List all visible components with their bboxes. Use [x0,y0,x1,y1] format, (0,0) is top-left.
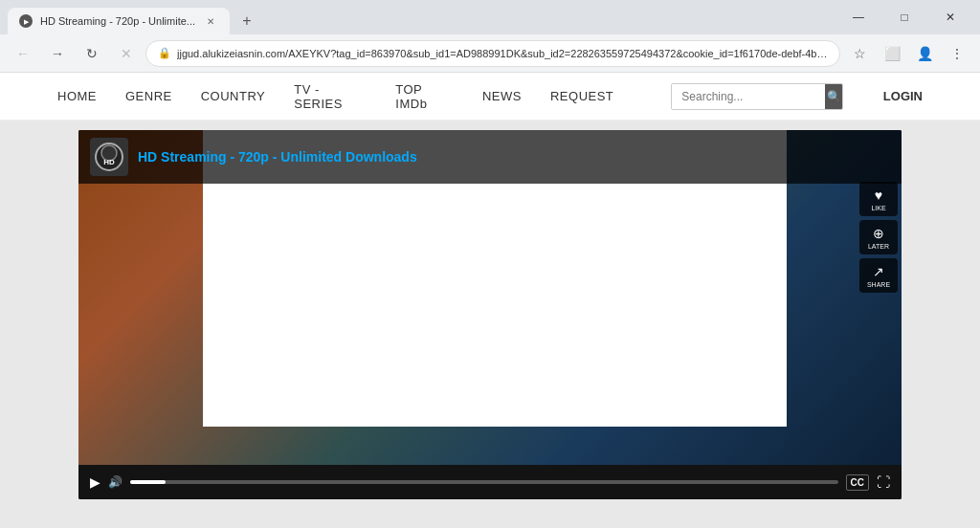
security-icon: 🔒 [158,47,171,59]
search-input[interactable] [672,84,825,109]
share-label: SHARE [867,281,890,288]
side-action-buttons: ♥ LIKE ⊕ LATER ↗ SHARE [856,178,902,297]
later-icon: ⊕ [873,226,884,241]
bookmark-icon[interactable]: ☆ [844,38,875,69]
nav-request[interactable]: REQUEST [550,89,613,103]
tab-bar: ▶ HD Streaming - 720p - Unlimite... ✕ + [8,0,260,34]
browser-chrome: ▶ HD Streaming - 720p - Unlimite... ✕ + … [0,0,980,73]
search-button[interactable]: 🔍 [825,84,842,109]
active-tab[interactable]: ▶ HD Streaming - 720p - Unlimite... ✕ [8,8,230,34]
new-tab-button[interactable]: + [234,8,260,34]
tab-close-button[interactable]: ✕ [203,13,218,29]
video-container: HD HD Streaming - 720p - Unlimited Downl… [0,121,980,513]
tab-title: HD Streaming - 720p - Unlimite... [40,15,195,27]
cc-button[interactable]: CC [846,474,869,491]
like-icon: ♥ [875,187,882,203]
browser-toolbar: ← → ↻ ✕ 🔒 jjgud.alukizeiasnin.com/AXEYKV… [0,34,980,73]
progress-fill [130,480,166,484]
extension-icon[interactable]: ⬜ [877,38,907,69]
menu-icon[interactable]: ⋮ [942,38,972,69]
later-label: LATER [868,243,889,250]
volume-icon[interactable]: 🔊 [108,475,122,489]
nav-genre[interactable]: GENRE [125,89,172,103]
video-player: HD HD Streaming - 720p - Unlimited Downl… [78,130,902,499]
like-button[interactable]: ♥ LIKE [859,182,898,216]
control-icons: CC ⛶ [846,474,890,491]
minimize-button[interactable]: — [836,2,880,33]
share-icon: ↗ [873,264,884,279]
address-bar[interactable]: 🔒 jjgud.alukizeiasnin.com/AXEYKV?tag_id=… [145,40,840,67]
video-controls: ▶ 🔊 CC ⛶ [78,465,902,499]
browser-titlebar: ▶ HD Streaming - 720p - Unlimite... ✕ + … [0,0,980,34]
stop-button[interactable]: ✕ [111,38,142,69]
share-button[interactable]: ↗ SHARE [859,258,898,293]
login-button[interactable]: LOGIN [883,89,923,103]
play-button[interactable]: ▶ [90,474,100,490]
close-button[interactable]: ✕ [928,2,972,33]
svg-text:HD: HD [103,158,115,166]
search-bar: 🔍 [671,83,843,110]
profile-icon[interactable]: 👤 [909,38,940,69]
like-label: LIKE [871,205,885,211]
nav-topimdb[interactable]: TOP IMDb [395,82,454,111]
tab-favicon: ▶ [19,14,33,28]
toolbar-icons: ☆ ⬜ 👤 ⋮ [844,38,972,69]
video-header: HD HD Streaming - 720p - Unlimited Downl… [78,130,902,184]
hd-icon: HD [90,138,128,176]
nav-news[interactable]: NEWS [482,89,522,103]
volume-control: 🔊 [108,475,122,489]
later-button[interactable]: ⊕ LATER [859,220,898,254]
nav-country[interactable]: COUNTRY [201,89,266,103]
nav-tvseries[interactable]: TV - SERIES [294,82,367,111]
progress-bar[interactable] [130,480,838,484]
page-content: HOME GENRE COUNTRY TV - SERIES TOP IMDb … [0,73,980,513]
site-navbar: HOME GENRE COUNTRY TV - SERIES TOP IMDb … [0,73,980,121]
nav-home[interactable]: HOME [57,89,97,103]
maximize-button[interactable]: □ [882,2,926,33]
url-text: jjgud.alukizeiasnin.com/AXEYKV?tag_id=86… [177,48,828,59]
video-title: HD Streaming - 720p - Unlimited Download… [138,149,417,165]
forward-button[interactable]: → [42,38,73,69]
back-button[interactable]: ← [8,38,38,69]
reload-button[interactable]: ↻ [77,38,107,69]
window-controls: — □ ✕ [836,2,972,33]
fullscreen-button[interactable]: ⛶ [877,474,890,490]
